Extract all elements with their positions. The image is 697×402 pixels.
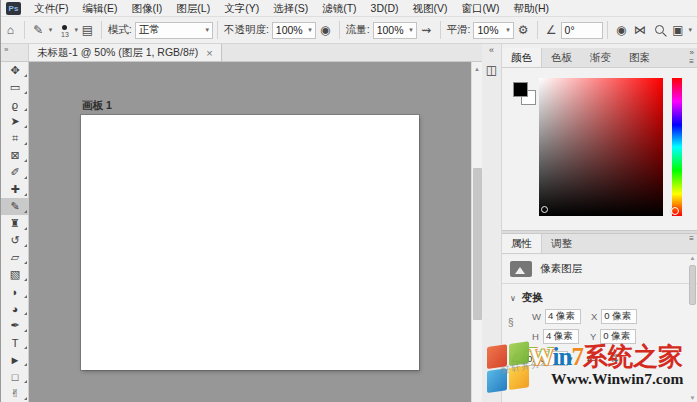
menu-item[interactable]: 图层(L) [169,0,217,16]
flip-vertical-icon[interactable]: ⇅ [610,352,619,365]
search-icon[interactable] [650,23,669,37]
smoothing-options-gear-icon[interactable]: ⚙ [514,23,533,37]
properties-scrollbar[interactable]: ▲ ▼ [688,255,697,402]
hand-tool[interactable]: ✌ [1,385,29,402]
canvas-workspace[interactable]: 画板 1 [29,62,471,402]
close-document-icon[interactable]: × [206,47,212,59]
collapsed-panel-icon[interactable]: ◫ [486,63,497,77]
chevron-down-icon: ▾ [201,26,209,34]
scroll-down-icon[interactable]: ▼ [688,395,697,401]
panel-menu-icon[interactable]: ≡ [689,234,694,243]
artboard-canvas[interactable] [81,115,419,370]
hue-slider[interactable] [672,78,682,216]
rectangle-tool[interactable]: □ [1,368,29,385]
collapse-right-icon[interactable]: » [690,48,694,57]
menu-item[interactable]: 视图(V) [406,0,455,16]
width-input[interactable]: 4 像素 [545,309,581,324]
collapse-right-icon[interactable]: » [4,45,8,54]
crop-tool[interactable]: ⌗ [1,130,29,147]
menu-item[interactable]: 窗口(W) [455,0,507,16]
history-brush-tool[interactable]: ↺ [1,232,29,249]
collapse-left-icon[interactable]: « [482,45,501,55]
hue-slider-marker[interactable] [671,207,679,215]
document-tab[interactable]: 未标题-1 @ 50% (图层 1, RGB/8#) × [29,44,222,61]
photoshop-logo[interactable]: Ps [6,2,21,15]
move-tool[interactable]: ✥ [1,62,29,79]
menu-item[interactable]: 图像(I) [124,0,169,16]
smoothing-value: 10% [477,24,498,36]
chevron-down-icon[interactable]: ▾ [49,26,53,34]
size-pressure-icon[interactable]: ◉ [612,23,631,37]
tab-属性[interactable]: 属性 [502,234,542,253]
color-field-marker[interactable] [541,206,548,213]
opacity-pressure-icon[interactable]: ◉ [316,23,335,37]
scroll-up-icon[interactable]: ▲ [472,62,482,72]
chevron-down-icon: ▾ [502,26,510,34]
menu-item[interactable]: 文件(F) [27,0,75,16]
eyedropper-tool[interactable]: ✐ [1,164,29,181]
chevron-down-icon[interactable]: ▾ [569,355,573,363]
height-input[interactable]: 4 像素 [543,329,579,344]
smoothing-select[interactable]: 10% ▾ [473,22,513,39]
panel-menu-icon[interactable]: ≡ [689,57,694,66]
menu-item[interactable]: 滤镜(T) [315,0,363,16]
tab-渐变[interactable]: 渐变 [581,48,620,67]
x-input[interactable]: 0 像素 [601,309,637,324]
chevron-down-icon[interactable]: ▾ [688,26,692,34]
gradient-tool[interactable]: ▧ [1,266,29,283]
home-icon[interactable]: ⌂ [1,23,20,37]
flow-select[interactable]: 100% ▾ [373,22,417,39]
object-selection-tool[interactable]: ➤ [1,113,29,130]
menu-item[interactable]: 文字(Y) [217,0,266,16]
path-selection-tool[interactable]: ► [1,351,29,368]
brush-settings-panel-toggle-icon[interactable]: ▤ [78,23,97,37]
rectangular-marquee-tool[interactable]: ▭ [1,79,29,96]
healing-brush-tool[interactable]: ✚ [1,181,29,198]
scroll-up-icon[interactable]: ▲ [688,255,697,261]
saturation-brightness-field[interactable] [539,78,663,216]
scrollbar-thumb[interactable] [473,168,482,320]
tools-dock-header[interactable]: » [1,44,29,61]
height-label: H [532,331,539,342]
opacity-select[interactable]: 100% ▾ [272,22,316,39]
blur-tool[interactable]: ◗ [1,283,29,300]
tab-色板[interactable]: 色板 [542,48,581,67]
flip-horizontal-icon[interactable]: ⇄ [586,352,595,365]
lasso-tool[interactable]: ϱ [1,96,29,113]
brush-tool[interactable]: ✎ [1,198,29,215]
frame-tool[interactable]: ⊠ [1,147,29,164]
menu-item[interactable]: 帮助(H) [507,0,557,16]
clone-stamp-tool[interactable]: ♜ [1,215,29,232]
transform-section-header[interactable]: ∨变换 [510,291,543,305]
search-glyph [655,25,664,34]
tab-调整[interactable]: 调整 [542,234,581,253]
brush-preset-icon[interactable]: ✎ [29,23,48,37]
canvas-vertical-scrollbar[interactable]: ▲ [471,62,482,402]
panel-dock: « ◫ 颜色色板渐变图案 » ≡ 属性调整 ≡ [482,44,697,402]
artboard-label[interactable]: 画板 1 [82,99,112,113]
menu-item[interactable]: 选择(S) [266,0,315,16]
mode-select[interactable]: 正常 ▾ [135,22,213,39]
scrollbar-thumb[interactable] [689,265,696,305]
clone-stamp-tool-icon: ♜ [10,217,20,230]
y-label: Y [590,331,596,342]
brush-size-picker[interactable]: 13 [56,22,73,38]
workspace-switcher-icon[interactable]: ▣ [669,23,688,37]
brush-angle-input[interactable]: 0° [561,22,603,39]
tab-图案[interactable]: 图案 [620,48,659,67]
type-tool[interactable]: T [1,334,29,351]
menu-item[interactable]: 3D(D) [364,0,406,16]
y-input[interactable]: 0 像素 [600,329,636,344]
link-dimensions-icon[interactable]: § [508,317,514,328]
dodge-tool-icon: ◕ [12,303,19,315]
pen-tool[interactable]: ✒ [1,317,29,334]
menu-items: 文件(F)编辑(E)图像(I)图层(L)文字(Y)选择(S)滤镜(T)3D(D)… [27,0,556,16]
foreground-color-swatch[interactable] [513,82,528,97]
tab-颜色[interactable]: 颜色 [502,48,542,67]
menu-item[interactable]: 编辑(E) [75,0,124,16]
airbrush-icon[interactable]: ⇝ [417,23,436,37]
eraser-tool[interactable]: ▱ [1,249,29,266]
dodge-tool[interactable]: ◕ [1,300,29,317]
symmetry-icon[interactable]: ⋈ [631,23,650,37]
rotate-angle-input[interactable]: 0.00° [524,351,568,366]
